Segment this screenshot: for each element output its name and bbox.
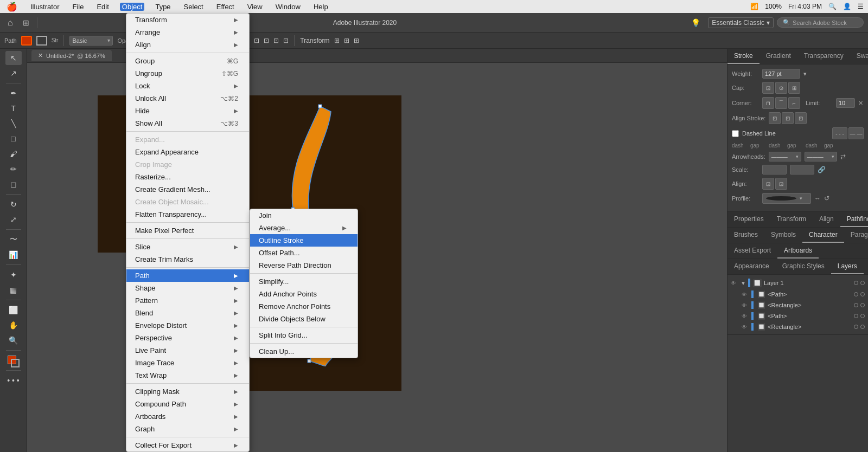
align-middle-icon[interactable]: ⊡ [273, 37, 279, 44]
rotate-tool[interactable]: ↻ [5, 197, 22, 211]
menu-flatten-transparency[interactable]: Flatten Transparency... [126, 208, 249, 221]
weight-input[interactable] [762, 69, 800, 79]
transform-icon-3[interactable]: ⊞ [354, 37, 359, 44]
paintbrush-tool[interactable]: 🖌 [5, 147, 22, 161]
profile-dropdown[interactable]: ▾ [762, 193, 811, 204]
align-right-icon[interactable]: ⊡ [254, 37, 259, 44]
sub-dot-1b[interactable] [860, 292, 865, 296]
link-scale-icon[interactable]: 🔗 [818, 166, 826, 173]
more-tools[interactable]: • • • [5, 373, 22, 388]
corner-miter[interactable]: ⊓ [762, 97, 774, 109]
submenu-simplify[interactable]: Simplify... [250, 275, 358, 288]
menu-select[interactable]: Select [182, 3, 206, 11]
corner-round[interactable]: ⌒ [775, 97, 787, 109]
search-icon[interactable]: 🔍 [828, 3, 837, 10]
menu-blend[interactable]: Blend ▶ [126, 307, 249, 319]
limit-close[interactable]: ✕ [858, 100, 863, 107]
menu-create-gradient-mesh[interactable]: Create Gradient Mesh... [126, 183, 249, 196]
dash-pattern-1[interactable]: - - - [832, 127, 847, 139]
tab-gradient[interactable]: Gradient [760, 49, 797, 64]
menu-show-all[interactable]: Show All ⌥⌘3 [126, 117, 249, 130]
submenu-divide-objects[interactable]: Divide Objects Below [250, 313, 358, 325]
dash-pattern-2[interactable]: — — [848, 127, 864, 139]
tab-symbols[interactable]: Symbols [764, 228, 802, 243]
tab-character[interactable]: Character [802, 228, 844, 243]
menu-type[interactable]: Type [153, 3, 173, 11]
menu-expand[interactable]: Expand... [126, 133, 249, 146]
scale-end-input[interactable] [790, 165, 814, 175]
tab-graphic-styles[interactable]: Graphic Styles [776, 259, 831, 274]
menu-artboards[interactable]: Artboards ▶ [126, 410, 249, 423]
sub-eye-2[interactable]: 👁 [742, 302, 749, 308]
menu-effect[interactable]: Effect [214, 3, 237, 11]
tab-stroke[interactable]: Stroke [727, 49, 760, 64]
tab-align[interactable]: Align [813, 212, 840, 227]
menu-lock[interactable]: Lock ▶ [126, 80, 249, 92]
menu-rasterize[interactable]: Rasterize... [126, 171, 249, 183]
stroke-color[interactable] [36, 36, 47, 46]
menu-illustrator[interactable]: Illustrator [28, 3, 61, 11]
scale-tool[interactable]: ⤢ [5, 212, 22, 227]
menu-slice[interactable]: Slice ▶ [126, 241, 249, 253]
submenu-reverse-path[interactable]: Reverse Path Direction [250, 259, 358, 272]
weight-arrow[interactable]: ▾ [803, 70, 807, 78]
menu-path[interactable]: Path ▶ [126, 269, 249, 282]
menu-text-wrap[interactable]: Text Wrap ▶ [126, 369, 249, 382]
menu-file[interactable]: File [70, 3, 86, 11]
menu-create-trim-marks[interactable]: Create Trim Marks [126, 253, 249, 266]
menu-shape[interactable]: Shape ▶ [126, 282, 249, 294]
sub-dot-3[interactable] [854, 314, 858, 318]
tab-brushes[interactable]: Brushes [727, 228, 764, 243]
apple-menu[interactable]: 🍎 [4, 2, 20, 12]
reset-profile-icon[interactable]: ↺ [824, 195, 829, 202]
column-graph-tool[interactable]: ▦ [5, 283, 22, 297]
submenu-remove-anchor[interactable]: Remove Anchor Points [250, 300, 358, 313]
layer-path-1[interactable]: 👁 🔲 <Path> [727, 289, 868, 300]
submenu-add-anchor[interactable]: Add Anchor Points [250, 288, 358, 300]
type-tool[interactable]: T [5, 101, 22, 115]
submenu-join[interactable]: Join [250, 209, 358, 222]
align-center-stroke[interactable]: ⊡ [769, 112, 781, 124]
layer-1-row[interactable]: 👁 ▼ 🔲 Layer 1 [727, 277, 868, 289]
corner-bevel[interactable]: ⌐ [788, 97, 800, 109]
submenu-outline-stroke[interactable]: Outline Stroke [250, 234, 358, 247]
menu-edit[interactable]: Edit [94, 3, 111, 11]
sub-dot-2b[interactable] [860, 303, 865, 307]
tab-paragraph[interactable]: Paragraph [844, 228, 868, 243]
flip-profile-icon[interactable]: ↔ [814, 195, 821, 202]
menu-pattern[interactable]: Pattern ▶ [126, 294, 249, 307]
hand-tool[interactable]: ✋ [5, 318, 22, 332]
tab-layers[interactable]: Layers [831, 259, 864, 274]
zoom-tool[interactable]: 🔍 [5, 333, 22, 347]
arrowhead-start[interactable]: ——— ▾ [769, 152, 801, 162]
selection-tool[interactable]: ↖ [5, 51, 22, 65]
align-top-icon[interactable]: ⊡ [264, 37, 269, 44]
cap-butt[interactable]: ⊡ [762, 82, 774, 94]
siri-icon[interactable]: 👤 [843, 3, 851, 10]
layer-expand-icon[interactable]: ▼ [741, 280, 746, 286]
menu-window[interactable]: Window [273, 3, 303, 11]
fill-stroke-selector[interactable] [5, 353, 22, 367]
submenu-offset-path[interactable]: Offset Path... [250, 247, 358, 259]
limit-input[interactable] [836, 98, 855, 108]
menu-clipping-mask[interactable]: Clipping Mask ▶ [126, 385, 249, 398]
align-arrow-1[interactable]: ⊡ [762, 178, 774, 190]
tab-transparency[interactable]: Transparency [797, 49, 850, 64]
menu-transform[interactable]: Transform ▶ [126, 14, 249, 26]
path-submenu[interactable]: Join Average... ▶ Outline Stroke Offset … [250, 209, 358, 358]
submenu-split-into-grid[interactable]: Split Into Grid... [250, 329, 358, 341]
arrowhead-end[interactable]: ——— ▾ [805, 152, 837, 162]
tab-transform[interactable]: Transform [770, 212, 813, 227]
pen-tool[interactable]: ✒ [5, 86, 22, 100]
symbol-tool[interactable]: ✦ [5, 268, 22, 282]
cap-round[interactable]: ⊙ [775, 82, 787, 94]
pencil-tool[interactable]: ✏ [5, 162, 22, 176]
eraser-tool[interactable]: ◻ [5, 177, 22, 191]
menu-view[interactable]: View [245, 3, 265, 11]
transform-icon-1[interactable]: ⊞ [334, 37, 340, 44]
menu-arrange[interactable]: Arrange ▶ [126, 26, 249, 38]
layer-eye-icon[interactable]: 👁 [731, 280, 738, 286]
menu-expand-appearance[interactable]: Expand Appearance [126, 146, 249, 158]
submenu-average[interactable]: Average... ▶ [250, 222, 358, 234]
menu-envelope-distort[interactable]: Envelope Distort ▶ [126, 319, 249, 332]
